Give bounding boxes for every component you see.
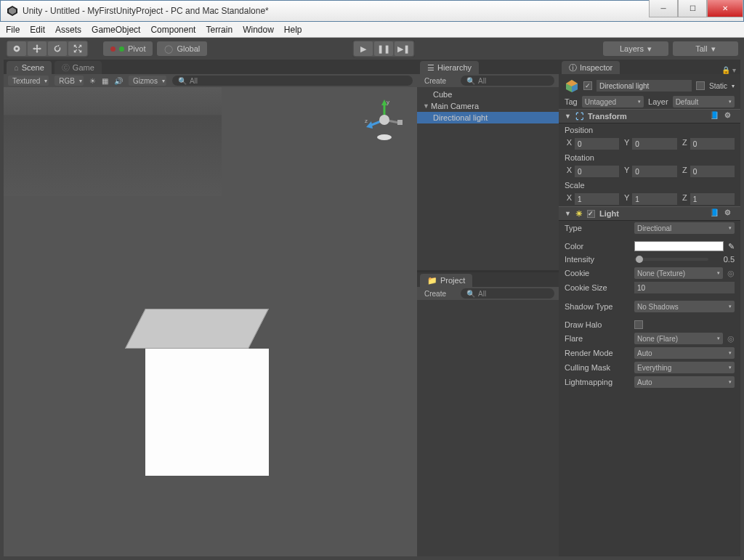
draw-halo-checkbox[interactable] xyxy=(634,320,643,329)
gizmos-dropdown[interactable]: Gizmos xyxy=(129,76,166,86)
light-toggle-icon[interactable]: ☀ xyxy=(89,77,96,85)
menu-component[interactable]: Component xyxy=(150,25,195,35)
tab-inspector[interactable]: ⓘ Inspector xyxy=(562,61,620,74)
transform-help-icon[interactable]: 📘 xyxy=(710,111,720,121)
tab-hierarchy[interactable]: ☰ Hierarchy xyxy=(420,61,479,74)
window-maximize-button[interactable]: ☐ xyxy=(678,0,707,17)
menu-terrain[interactable]: Terrain xyxy=(206,25,232,35)
light-color-field[interactable] xyxy=(634,241,724,251)
menu-edit[interactable]: Edit xyxy=(30,25,45,35)
flare-picker-icon[interactable]: ◎ xyxy=(727,334,735,344)
unity-icon xyxy=(7,5,18,17)
hierarchy-item-main-camera[interactable]: ▼Main Camera xyxy=(417,100,559,112)
menu-gameobject[interactable]: GameObject xyxy=(92,25,140,35)
render-mode-label: Render Mode xyxy=(565,349,630,357)
gameobject-name-field[interactable]: Directional light xyxy=(597,80,692,92)
cookie-size-field[interactable]: 10 xyxy=(634,282,735,293)
light-gear-icon[interactable]: ⚙ xyxy=(724,208,735,219)
window-title: Unity - Untitled - MyFirstUnityProject -… xyxy=(23,6,269,16)
color-picker-icon[interactable]: ✎ xyxy=(728,242,735,251)
scene-search[interactable]: 🔍All xyxy=(172,76,413,86)
menu-assets[interactable]: Assets xyxy=(55,25,81,35)
svg-rect-2 xyxy=(4,87,222,196)
tab-scene[interactable]: ⌂Scene xyxy=(7,61,52,74)
play-button[interactable]: ▶ xyxy=(354,41,373,56)
hand-tool-button[interactable] xyxy=(7,41,26,56)
render-mode-dropdown[interactable]: RGB xyxy=(54,76,84,86)
hierarchy-item-directional-light[interactable]: Directional light xyxy=(417,112,559,123)
orientation-gizmo[interactable]: y z xyxy=(363,98,406,142)
scene-cube-object[interactable] xyxy=(145,309,269,476)
hierarchy-search[interactable]: 🔍All xyxy=(461,76,554,86)
culling-mask-dropdown[interactable]: Everything xyxy=(634,362,735,373)
tab-game[interactable]: ⓒGame xyxy=(54,61,102,74)
project-tree xyxy=(417,300,559,556)
menu-file[interactable]: File xyxy=(6,25,20,35)
shadow-type-label: Shadow Type xyxy=(565,302,630,311)
layer-dropdown[interactable]: Default xyxy=(673,96,735,107)
light-intensity-value: 0.5 xyxy=(713,255,735,264)
light-help-icon[interactable]: 📘 xyxy=(710,208,720,219)
rotate-tool-button[interactable] xyxy=(48,41,67,56)
audio-toggle-icon[interactable]: 🔊 xyxy=(114,77,123,85)
rotation-x-field[interactable]: 0 xyxy=(575,166,619,177)
layout-dropdown[interactable]: Tall ▾ xyxy=(673,41,738,56)
window-close-button[interactable]: ✕ xyxy=(707,0,743,17)
gameobject-active-checkbox[interactable]: ✓ xyxy=(583,81,592,90)
cookie-field[interactable]: None (Texture) xyxy=(634,267,723,279)
flare-label: Flare xyxy=(565,334,630,343)
shading-mode-dropdown[interactable]: Textured xyxy=(8,76,49,86)
pivot-toggle[interactable]: Pivot xyxy=(103,41,153,56)
scene-toolbar: Textured RGB ☀ ▦ 🔊 Gizmos 🔍All xyxy=(4,74,417,87)
light-type-label: Type xyxy=(565,224,630,232)
svg-point-28 xyxy=(377,134,392,140)
pause-button[interactable]: ❚❚ xyxy=(374,41,393,56)
position-y-field[interactable]: 0 xyxy=(632,138,676,150)
menu-help[interactable]: Help xyxy=(284,25,302,35)
tag-dropdown[interactable]: Untagged xyxy=(582,96,644,107)
scene-viewport[interactable]: y z xyxy=(4,87,417,556)
cookie-picker-icon[interactable]: ◎ xyxy=(727,269,735,278)
project-search[interactable]: 🔍All xyxy=(461,288,554,299)
rotation-y-field[interactable]: 0 xyxy=(632,166,676,177)
layers-dropdown[interactable]: Layers ▾ xyxy=(603,41,668,56)
light-color-label: Color xyxy=(565,242,630,251)
scale-z-field[interactable]: 1 xyxy=(690,193,735,205)
hierarchy-item-cube[interactable]: Cube xyxy=(417,89,559,100)
inspector-lock-icon[interactable]: 🔒 ▾ xyxy=(721,66,736,74)
position-x-field[interactable]: 0 xyxy=(575,138,619,150)
window-titlebar: Unity - Untitled - MyFirstUnityProject -… xyxy=(0,0,744,22)
scene-tabs: ⌂Scene ⓒGame xyxy=(4,60,417,74)
window-minimize-button[interactable]: ─ xyxy=(649,0,678,17)
transform-gear-icon[interactable]: ⚙ xyxy=(724,111,735,121)
project-create-dropdown[interactable]: Create xyxy=(421,290,456,298)
svg-point-27 xyxy=(379,115,389,125)
rotation-z-field[interactable]: 0 xyxy=(690,166,735,177)
flare-field[interactable]: None (Flare) xyxy=(634,333,723,344)
light-intensity-label: Intensity xyxy=(565,255,630,264)
global-toggle[interactable]: ◯Global xyxy=(157,41,207,56)
cookie-size-label: Cookie Size xyxy=(565,283,630,292)
light-component-header[interactable]: ▼☀✓Light 📘 ⚙ xyxy=(559,206,740,221)
lightmapping-dropdown[interactable]: Auto xyxy=(634,376,735,388)
hierarchy-tree: Cube ▼Main Camera Directional light xyxy=(417,87,559,270)
position-z-field[interactable]: 0 xyxy=(690,138,735,150)
light-intensity-slider[interactable] xyxy=(634,258,708,261)
tab-project[interactable]: 📁 Project xyxy=(420,274,472,287)
menu-window[interactable]: Window xyxy=(243,25,274,35)
scale-x-field[interactable]: 1 xyxy=(575,193,619,205)
hierarchy-create-dropdown[interactable]: Create xyxy=(421,77,456,85)
gizmo-icons-toggle[interactable]: ▦ xyxy=(102,77,108,85)
step-button[interactable]: ▶❚ xyxy=(395,41,413,56)
render-mode-dropdown[interactable]: Auto xyxy=(634,347,735,359)
transform-component-header[interactable]: ▼⛶Transform 📘 ⚙ xyxy=(559,109,740,123)
scale-label: Scale xyxy=(565,181,630,190)
static-checkbox[interactable] xyxy=(696,81,705,90)
move-tool-button[interactable] xyxy=(28,41,46,56)
cookie-label: Cookie xyxy=(565,269,630,277)
light-type-dropdown[interactable]: Directional xyxy=(634,222,735,234)
shadow-type-dropdown[interactable]: No Shadows xyxy=(634,301,735,312)
scale-tool-button[interactable] xyxy=(68,41,87,56)
scale-y-field[interactable]: 1 xyxy=(632,193,676,205)
svg-text:z: z xyxy=(365,118,368,124)
